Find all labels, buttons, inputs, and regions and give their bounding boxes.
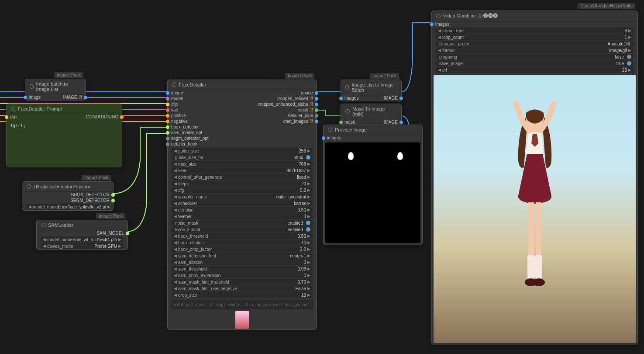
chevron-left-icon[interactable]: ◀ bbox=[174, 149, 177, 153]
chevron-left-icon[interactable]: ◀ bbox=[174, 234, 177, 238]
param-seed[interactable]: ◀seed98751637▶ bbox=[171, 167, 313, 174]
toggle-icon[interactable] bbox=[627, 61, 631, 66]
input-bbox_detector[interactable]: bbox_detector bbox=[168, 124, 317, 130]
param-sam_threshold[interactable]: ◀sam_threshold0.93▶ bbox=[171, 266, 313, 272]
output-image[interactable]: IMAGE!!! bbox=[25, 94, 86, 100]
chevron-right-icon[interactable]: ▶ bbox=[307, 208, 310, 212]
node-image-batch-to-list[interactable]: Impact Pack Image batch to Image List im… bbox=[25, 79, 86, 101]
chevron-right-icon[interactable]: ▶ bbox=[307, 260, 310, 264]
chevron-left-icon[interactable]: ◀ bbox=[174, 293, 177, 297]
chevron-left-icon[interactable]: ◀ bbox=[174, 286, 177, 291]
prompt-text[interactable]: 1girl, bbox=[8, 121, 120, 165]
chevron-right-icon[interactable]: ▶ bbox=[307, 267, 310, 271]
node-title[interactable]: Image List to Image Batch bbox=[341, 80, 401, 95]
chevron-left-icon[interactable]: ◀ bbox=[174, 240, 177, 245]
param-steps[interactable]: ◀steps20▶ bbox=[171, 180, 313, 187]
param-device-mode[interactable]: ◀device_modePrefer GPU▶ bbox=[40, 243, 124, 249]
param-sam_detection_hint[interactable]: ◀sam_detection_hintcenter-1▶ bbox=[171, 253, 313, 259]
chevron-right-icon[interactable]: ▶ bbox=[307, 175, 310, 179]
chevron-left-icon[interactable]: ◀ bbox=[174, 175, 177, 179]
chevron-right-icon[interactable]: ▶ bbox=[628, 48, 631, 52]
param-max_size[interactable]: ◀max_size768▶ bbox=[171, 161, 313, 167]
node-title[interactable]: Mask To Image (mtb) bbox=[341, 104, 401, 119]
input-images[interactable]: images bbox=[432, 21, 637, 27]
param-save_image[interactable]: save_imagetrue bbox=[435, 60, 634, 66]
param-denoise[interactable]: ◀denoise0.50▶ bbox=[171, 207, 313, 213]
param-scheduler[interactable]: ◀schedulerkarras▶ bbox=[171, 200, 313, 206]
node-facedetailer[interactable]: Impact Pack FaceDetailer imagemodelclipv… bbox=[167, 80, 317, 330]
param-model-name[interactable]: ◀model_namebbox/face_yolov8n_v2.pt▶ bbox=[26, 204, 110, 210]
toggle-icon[interactable] bbox=[306, 221, 310, 225]
param-format[interactable]: ◀formatimage/gif▶ bbox=[435, 47, 634, 53]
param-bbox_threshold[interactable]: ◀bbox_threshold0.50▶ bbox=[171, 233, 313, 239]
output-bbox-detector[interactable]: BBOX_DETECTOR bbox=[22, 192, 113, 198]
param-bbox_crop_factor[interactable]: ◀bbox_crop_factor3.0▶ bbox=[171, 246, 313, 252]
chevron-right-icon[interactable]: ▶ bbox=[628, 35, 631, 39]
param-sam_dilation[interactable]: ◀sam_dilation0▶ bbox=[171, 259, 313, 265]
chevron-left-icon[interactable]: ◀ bbox=[438, 35, 441, 39]
param-sam_bbox_expansion[interactable]: ◀sam_bbox_expansion0▶ bbox=[171, 272, 313, 278]
output-cropped_enhanced_alpha[interactable]: cropped_enhanced_alpha!!! bbox=[168, 101, 317, 107]
chevron-left-icon[interactable]: ◀ bbox=[174, 181, 177, 186]
chevron-right-icon[interactable]: ▶ bbox=[307, 273, 310, 278]
node-image-list-to-batch[interactable]: Impact Pack Image List to Image Batch im… bbox=[341, 80, 402, 101]
toggle-icon[interactable] bbox=[627, 55, 631, 59]
output-image[interactable]: IMAGE bbox=[341, 95, 401, 101]
output-detailer_pipe[interactable]: detailer_pipe bbox=[168, 113, 317, 118]
chevron-right-icon[interactable]: ▶ bbox=[628, 68, 631, 72]
chevron-right-icon[interactable]: ▶ bbox=[307, 234, 310, 238]
chevron-right-icon[interactable]: ▶ bbox=[307, 194, 310, 199]
chevron-left-icon[interactable]: ◀ bbox=[174, 253, 177, 258]
chevron-right-icon[interactable]: ▶ bbox=[307, 240, 310, 245]
param-pingpong[interactable]: pingpongfalse bbox=[435, 54, 634, 60]
chevron-left-icon[interactable]: ◀ bbox=[438, 48, 441, 52]
node-title[interactable]: FaceDetailer Prompt bbox=[7, 104, 122, 114]
node-title[interactable]: Preview Image bbox=[324, 125, 422, 135]
chevron-right-icon[interactable]: ▶ bbox=[307, 188, 310, 192]
chevron-left-icon[interactable]: ◀ bbox=[174, 280, 177, 284]
chevron-right-icon[interactable]: ▶ bbox=[307, 214, 310, 219]
param-sam_mask_hint_use_negative[interactable]: ◀sam_mask_hint_use_negativeFalse▶ bbox=[171, 285, 313, 292]
chevron-right-icon[interactable]: ▶ bbox=[307, 168, 310, 173]
param-control_after_generate[interactable]: ◀control_after_generatefixed▶ bbox=[171, 174, 313, 180]
toggle-icon[interactable] bbox=[306, 227, 310, 232]
node-facedetailer-prompt[interactable]: FaceDetailer Prompt clip CONDITIONING 1g… bbox=[6, 104, 122, 167]
param-frame_rate[interactable]: ◀frame_rate8▶ bbox=[435, 28, 634, 34]
param-sampler_name[interactable]: ◀sampler_nameeuler_ancestral▶ bbox=[171, 194, 313, 200]
chevron-right-icon[interactable]: ▶ bbox=[307, 162, 310, 166]
node-title[interactable]: UltralyticsDetectorProvider bbox=[22, 182, 113, 192]
chevron-right-icon[interactable]: ▶ bbox=[307, 286, 310, 291]
input-segm_detector_opt[interactable]: segm_detector_opt bbox=[168, 135, 317, 141]
node-ultralytics-detector[interactable]: Impact Pack UltralyticsDetectorProvider … bbox=[22, 181, 114, 211]
chevron-left-icon[interactable]: ◀ bbox=[174, 162, 177, 166]
param-force_inpaint[interactable]: force_inpaintenabled bbox=[171, 226, 313, 233]
node-sam-loader[interactable]: Impact Pack SAMLoader SAM_MODEL ◀model_n… bbox=[36, 220, 128, 250]
param-bbox_dilation[interactable]: ◀bbox_dilation10▶ bbox=[171, 239, 313, 246]
output-conditioning[interactable]: CONDITIONING bbox=[7, 114, 122, 120]
param-sam_mask_hint_threshold[interactable]: ◀sam_mask_hint_threshold0.70▶ bbox=[171, 279, 313, 285]
output-sam-model[interactable]: SAM_MODEL bbox=[37, 230, 127, 236]
chevron-left-icon[interactable]: ◀ bbox=[174, 260, 177, 264]
chevron-left-icon[interactable]: ◀ bbox=[438, 28, 441, 33]
param-noise_mask[interactable]: noise_maskenabled bbox=[171, 220, 313, 226]
chevron-right-icon[interactable]: ▶ bbox=[307, 247, 310, 251]
chevron-left-icon[interactable]: ◀ bbox=[174, 214, 177, 219]
node-preview-image[interactable]: Preview Image images bbox=[323, 125, 423, 245]
output-image[interactable]: image bbox=[168, 90, 317, 96]
chevron-left-icon[interactable]: ◀ bbox=[174, 267, 177, 271]
chevron-left-icon[interactable]: ◀ bbox=[438, 68, 441, 72]
param-guide_size_for[interactable]: guide_size_forbbox bbox=[171, 154, 313, 160]
param-loop_count[interactable]: ◀loop_count1▶ bbox=[435, 34, 634, 40]
chevron-right-icon[interactable]: ▶ bbox=[307, 253, 310, 258]
chevron-left-icon[interactable]: ◀ bbox=[174, 208, 177, 212]
chevron-left-icon[interactable]: ◀ bbox=[174, 247, 177, 251]
chevron-left-icon[interactable]: ◀ bbox=[174, 194, 177, 199]
chevron-right-icon[interactable]: ▶ bbox=[628, 28, 631, 33]
input-detailer_hook[interactable]: detailer_hook bbox=[168, 141, 317, 147]
chevron-right-icon[interactable]: ▶ bbox=[307, 181, 310, 186]
node-title[interactable]: Image batch to Image List bbox=[25, 79, 86, 94]
chevron-left-icon[interactable]: ◀ bbox=[174, 188, 177, 192]
node-title[interactable]: FaceDetailer bbox=[168, 80, 317, 90]
chevron-left-icon[interactable]: ◀ bbox=[174, 168, 177, 173]
param-guide_size[interactable]: ◀guide_size256▶ bbox=[171, 148, 313, 154]
